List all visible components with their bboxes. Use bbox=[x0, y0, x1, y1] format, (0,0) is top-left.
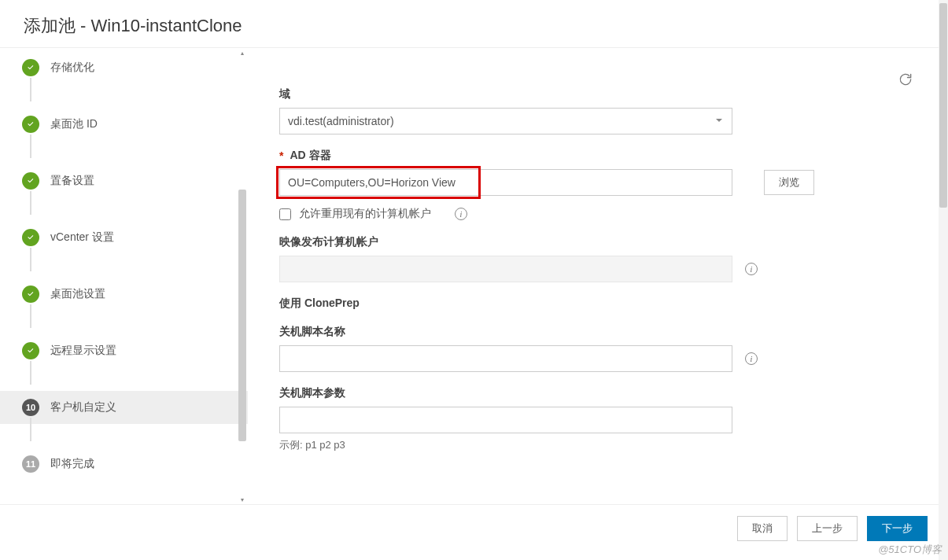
check-icon bbox=[22, 286, 39, 303]
shutdown-param-label: 关机脚本参数 bbox=[279, 386, 901, 400]
scroll-thumb[interactable] bbox=[238, 190, 246, 441]
step-list: 存储优化桌面池 ID置备设置vCenter 设置桌面池设置远程显示设置10客户机… bbox=[0, 48, 248, 504]
refresh-icon bbox=[898, 72, 913, 87]
field-cloneprep: 使用 ClonePrep bbox=[279, 297, 901, 311]
shutdown-param-input[interactable] bbox=[279, 407, 732, 433]
wizard-step[interactable]: 桌面池 ID bbox=[0, 108, 248, 141]
example-hint: 示例: p1 p2 p3 bbox=[279, 438, 901, 452]
check-icon bbox=[22, 342, 39, 359]
domain-select[interactable]: vdi.test(administrator) bbox=[279, 108, 732, 134]
footer: 取消 上一步 下一步 bbox=[0, 504, 948, 551]
check-icon bbox=[22, 229, 39, 246]
step-connector bbox=[30, 304, 31, 328]
shutdown-name-input[interactable] bbox=[279, 345, 732, 372]
check-icon bbox=[22, 59, 39, 76]
scroll-up-icon[interactable]: ▴ bbox=[238, 48, 246, 57]
step-label: 远程显示设置 bbox=[50, 344, 116, 358]
step-number: 10 bbox=[22, 399, 39, 416]
step-connector bbox=[30, 191, 31, 215]
cancel-button[interactable]: 取消 bbox=[737, 516, 788, 541]
content-panel: 域 vdi.test(administrator) *AD 容器 浏览 允许重用… bbox=[248, 48, 948, 504]
shutdown-name-label: 关机脚本名称 bbox=[279, 325, 901, 339]
wizard-step[interactable]: 存储优化 bbox=[0, 51, 248, 84]
page-scrollbar[interactable] bbox=[939, 0, 948, 560]
check-icon bbox=[22, 116, 39, 133]
step-label: 客户机自定义 bbox=[50, 400, 116, 414]
info-icon[interactable]: i bbox=[455, 208, 467, 220]
ad-container-input[interactable] bbox=[279, 169, 732, 196]
wizard-step[interactable]: vCenter 设置 bbox=[0, 221, 248, 254]
step-connector bbox=[30, 78, 31, 101]
info-icon[interactable]: i bbox=[745, 352, 758, 365]
info-icon[interactable]: i bbox=[745, 263, 758, 275]
page-scroll-thumb[interactable] bbox=[939, 3, 947, 208]
step-connector bbox=[30, 418, 31, 441]
cloneprep-label: 使用 ClonePrep bbox=[279, 297, 901, 311]
reuse-checkbox-row: 允许重用现有的计算机帐户 i bbox=[279, 207, 901, 221]
ad-label: *AD 容器 bbox=[279, 149, 901, 163]
reuse-label: 允许重用现有的计算机帐户 bbox=[299, 207, 431, 221]
refresh-button[interactable] bbox=[898, 72, 913, 90]
reuse-checkbox[interactable] bbox=[279, 208, 291, 220]
step-label: 即将完成 bbox=[50, 457, 94, 471]
step-connector bbox=[30, 361, 31, 385]
sidebar: 存储优化桌面池 ID置备设置vCenter 设置桌面池设置远程显示设置10客户机… bbox=[0, 48, 248, 504]
field-ad-container: *AD 容器 浏览 允许重用现有的计算机帐户 i bbox=[279, 149, 901, 221]
wizard-step[interactable]: 桌面池设置 bbox=[0, 278, 248, 311]
domain-label: 域 bbox=[279, 87, 901, 101]
image-account-label: 映像发布计算机帐户 bbox=[279, 235, 901, 249]
step-number: 11 bbox=[22, 455, 39, 473]
scroll-down-icon[interactable]: ▾ bbox=[238, 495, 246, 504]
step-connector bbox=[30, 248, 31, 271]
step-label: vCenter 设置 bbox=[50, 230, 114, 245]
sidebar-scrollbar[interactable]: ▴ ▾ bbox=[238, 48, 246, 504]
watermark: @51CTO博客 bbox=[878, 543, 942, 557]
step-label: 存储优化 bbox=[50, 61, 94, 75]
field-domain: 域 vdi.test(administrator) bbox=[279, 87, 901, 134]
image-account-readonly bbox=[279, 256, 732, 282]
field-shutdown-param: 关机脚本参数 示例: p1 p2 p3 bbox=[279, 386, 901, 452]
step-label: 置备设置 bbox=[50, 174, 94, 188]
dialog-title: 添加池 - Win10-instantClone bbox=[0, 0, 948, 48]
field-shutdown-name: 关机脚本名称 i bbox=[279, 325, 901, 372]
main-area: 存储优化桌面池 ID置备设置vCenter 设置桌面池设置远程显示设置10客户机… bbox=[0, 48, 948, 504]
wizard-step[interactable]: 11即将完成 bbox=[0, 448, 248, 481]
wizard-step[interactable]: 10客户机自定义 bbox=[0, 391, 248, 424]
check-icon bbox=[22, 172, 39, 190]
browse-button[interactable]: 浏览 bbox=[764, 170, 814, 195]
required-asterisk: * bbox=[279, 149, 283, 162]
domain-value: vdi.test(administrator) bbox=[288, 115, 394, 127]
field-image-account: 映像发布计算机帐户 i bbox=[279, 235, 901, 282]
chevron-down-icon bbox=[714, 115, 724, 127]
step-connector bbox=[30, 134, 31, 158]
wizard-step[interactable]: 置备设置 bbox=[0, 164, 248, 197]
next-button[interactable]: 下一步 bbox=[867, 516, 928, 541]
step-label: 桌面池 ID bbox=[50, 117, 98, 131]
prev-button[interactable]: 上一步 bbox=[797, 516, 858, 541]
wizard-step[interactable]: 远程显示设置 bbox=[0, 334, 248, 367]
step-label: 桌面池设置 bbox=[50, 287, 105, 301]
